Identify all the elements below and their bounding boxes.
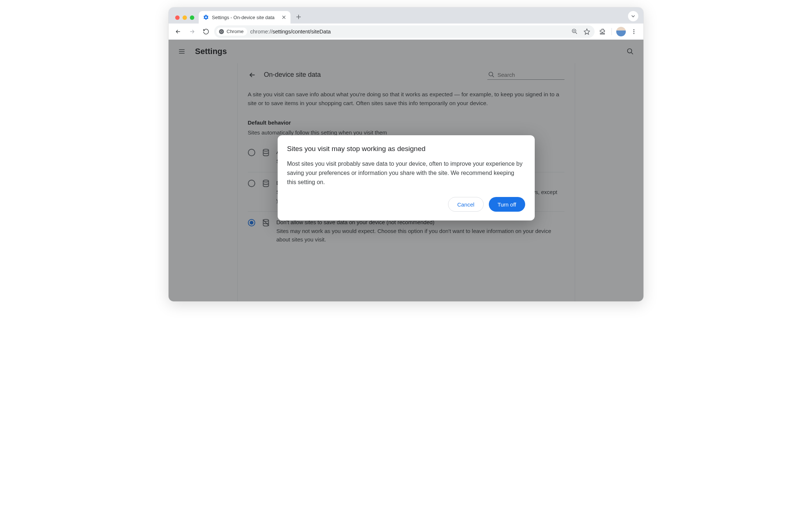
url-text: chrome://settings/content/siteData — [250, 29, 567, 35]
window-minimize-button[interactable] — [183, 15, 187, 20]
bookmark-button[interactable] — [582, 27, 592, 36]
extensions-button[interactable] — [597, 26, 609, 37]
dialog-title: Sites you visit may stop working as desi… — [287, 145, 525, 153]
svg-point-2 — [221, 31, 222, 32]
address-bar[interactable]: Chrome chrome://settings/content/siteDat… — [214, 25, 595, 38]
window-zoom-button[interactable] — [190, 15, 194, 20]
divider — [611, 28, 612, 35]
site-info-chip[interactable]: Chrome — [216, 28, 247, 36]
svg-point-6 — [633, 33, 634, 34]
close-tab-button[interactable] — [281, 14, 287, 20]
cancel-button[interactable]: Cancel — [448, 197, 484, 212]
browser-window: Settings - On-device site data — [169, 7, 643, 301]
tab-overflow-button[interactable] — [628, 11, 638, 21]
tab-title: Settings - On-device site data — [212, 15, 278, 20]
forward-button[interactable] — [186, 26, 198, 37]
profile-avatar[interactable] — [616, 27, 626, 36]
svg-point-4 — [633, 29, 634, 30]
gear-icon — [203, 14, 209, 20]
dialog-buttons: Cancel Turn off — [287, 197, 525, 212]
turn-off-button[interactable]: Turn off — [489, 197, 525, 212]
content-area: Settings On-device site data — [169, 40, 643, 301]
reload-button[interactable] — [200, 26, 212, 37]
toolbar-actions — [597, 26, 640, 37]
tab-strip: Settings - On-device site data — [169, 7, 643, 24]
window-close-button[interactable] — [175, 15, 180, 20]
zoom-icon[interactable] — [570, 27, 579, 36]
svg-point-5 — [633, 31, 634, 32]
chrome-chip-label: Chrome — [227, 29, 243, 34]
browser-tab[interactable]: Settings - On-device site data — [199, 11, 290, 24]
chrome-menu-button[interactable] — [628, 26, 640, 37]
dialog-body: Most sites you visit probably save data … — [287, 159, 525, 187]
confirmation-dialog: Sites you visit may stop working as desi… — [278, 135, 535, 220]
new-tab-button[interactable] — [293, 12, 304, 22]
chrome-logo-icon — [219, 29, 224, 35]
back-button[interactable] — [172, 26, 184, 37]
browser-toolbar: Chrome chrome://settings/content/siteDat… — [169, 24, 643, 40]
window-controls — [172, 15, 199, 24]
